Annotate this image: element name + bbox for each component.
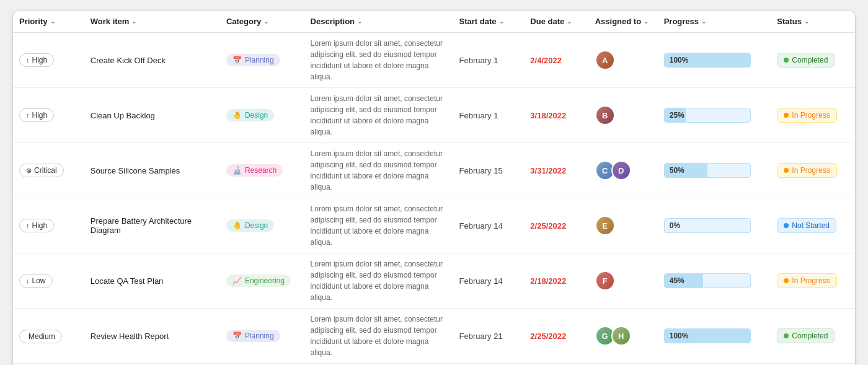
avatar: B (595, 105, 615, 125)
description-text: Lorem ipsum dolor sit amet, consectetur … (311, 39, 443, 81)
work-item-sort-icon: ⌄ (131, 18, 136, 25)
progress-value: 100% (670, 56, 689, 64)
description-text: Lorem ipsum dolor sit amet, consectetur … (311, 315, 443, 357)
status-sort-icon: ⌄ (804, 18, 809, 25)
category-sort-icon: ⌄ (264, 18, 268, 25)
status-badge[interactable]: In Progress (777, 163, 836, 178)
table-body: ↑HighCreate Kick Off Deck📅PlanningLorem … (13, 33, 855, 366)
col-progress[interactable]: Progress ⌄ (658, 11, 771, 33)
avatars-group: B (595, 105, 652, 125)
progress-bar: 25% (664, 108, 751, 123)
priority-badge[interactable]: ↑High (19, 108, 54, 122)
category-cell: 📅Planning (220, 33, 304, 88)
progress-bar: 100% (664, 328, 751, 343)
priority-icon: ↑ (26, 112, 30, 119)
priority-badge[interactable]: ↑High (19, 53, 54, 67)
status-label: In Progress (792, 111, 830, 120)
due-date-cell: 3/31/2022 (524, 143, 588, 198)
progress-cell: 25% (658, 88, 771, 143)
assigned-to-cell: GH (589, 309, 658, 364)
priority-icon: ↑ (26, 56, 30, 64)
description-cell: Lorem ipsum dolor sit amet, consectetur … (304, 309, 453, 364)
status-badge[interactable]: In Progress (777, 108, 836, 123)
avatars-group: CD (595, 161, 652, 180)
progress-cell: 100% (658, 309, 771, 364)
due-date-cell: 2/18/2022 (524, 253, 588, 309)
avatars-group: A (595, 50, 652, 70)
start-date-cell: February 14 (453, 198, 525, 253)
work-item-name: Clean Up Backlog (91, 111, 155, 120)
category-label: Engineering (245, 276, 285, 285)
priority-label: Critical (34, 166, 57, 175)
due-date-value: 3/31/2022 (530, 166, 566, 175)
priority-badge[interactable]: ↓Low (19, 274, 53, 288)
table-row: ⊗CriticalSource Silicone Samples🔬Researc… (13, 143, 855, 198)
category-icon: 🔬 (232, 166, 242, 175)
priority-cell: ⊗Critical (13, 143, 84, 198)
col-status[interactable]: Status ⌄ (771, 11, 855, 33)
priority-label: High (32, 56, 48, 64)
progress-cell: 100% (658, 33, 771, 88)
category-badge[interactable]: 🔬Research (226, 164, 283, 177)
description-header-label: Description (311, 17, 355, 26)
priority-badge[interactable]: ⊗Critical (19, 164, 64, 177)
progress-value: 0% (670, 221, 680, 230)
description-cell: Lorem ipsum dolor sit amet, consectetur … (304, 253, 453, 309)
progress-value: 45% (670, 276, 684, 285)
progress-sort-icon: ⌄ (701, 18, 706, 25)
category-badge[interactable]: 🤚Design (226, 109, 274, 121)
status-cell: In Progress (771, 253, 855, 309)
col-description[interactable]: Description ⌄ (304, 11, 453, 33)
category-cell: 📈Engineering (220, 253, 304, 309)
priority-badge[interactable]: ↑High (19, 219, 54, 232)
col-priority[interactable]: Priority ⌄ (13, 11, 84, 33)
assigned-to-cell: B (589, 88, 658, 143)
priority-cell: ↑High (13, 33, 84, 88)
priority-icon: ⊗ (26, 167, 32, 175)
start-date-cell: February 1 (453, 33, 525, 88)
due-date-cell: 2/4/2022 (524, 33, 588, 88)
work-item-cell: Locate QA Test Plan (84, 253, 220, 309)
assigned-to-header-label: Assigned to (595, 17, 641, 26)
status-dot-icon (784, 168, 789, 173)
description-text: Lorem ipsum dolor sit amet, consectetur … (311, 260, 443, 302)
progress-value: 100% (670, 332, 689, 340)
avatar: H (611, 326, 631, 346)
avatars-group: E (595, 216, 652, 235)
category-icon: 🤚 (232, 111, 242, 120)
status-badge[interactable]: Not Started (777, 218, 836, 233)
status-badge[interactable]: In Progress (777, 273, 836, 288)
due-date-value: 3/18/2022 (530, 111, 566, 120)
status-badge[interactable]: Completed (777, 328, 835, 343)
work-item-cell: Create Kick Off Deck (84, 33, 220, 88)
col-start-date[interactable]: Start date ⌄ (453, 11, 525, 33)
progress-cell: 0% (658, 198, 771, 253)
col-category[interactable]: Category ⌄ (220, 11, 304, 33)
progress-header-label: Progress (664, 17, 699, 26)
status-badge[interactable]: Completed (777, 53, 835, 68)
priority-badge[interactable]: Medium (19, 330, 62, 343)
category-badge[interactable]: 📈Engineering (226, 275, 291, 287)
description-cell: Lorem ipsum dolor sit amet, consectetur … (304, 143, 453, 198)
category-label: Planning (245, 56, 274, 64)
priority-label: High (32, 221, 48, 230)
priority-cell: ↑High (13, 198, 84, 253)
col-assigned-to[interactable]: Assigned to ⌄ (589, 11, 658, 33)
work-item-name: Create Kick Off Deck (91, 56, 166, 65)
due-date-value: 2/4/2022 (530, 56, 562, 65)
category-icon: 📅 (232, 332, 242, 340)
status-dot-icon (784, 333, 789, 338)
category-badge[interactable]: 📅Planning (226, 54, 280, 66)
assigned-to-cell: E (589, 198, 658, 253)
col-due-date[interactable]: Due date ⌄ (524, 11, 588, 33)
priority-cell: ↓Low (13, 253, 84, 309)
category-badge[interactable]: 🤚Design (226, 219, 274, 232)
col-work-item[interactable]: Work item ⌄ (84, 11, 220, 33)
start-date-value: February 15 (459, 166, 503, 175)
progress-value: 25% (670, 111, 684, 120)
status-dot-icon (784, 223, 789, 228)
start-date-value: February 1 (459, 111, 498, 120)
start-date-cell: February 14 (453, 253, 525, 309)
status-cell: Not Started (771, 198, 855, 253)
category-badge[interactable]: 📅Planning (226, 330, 280, 342)
